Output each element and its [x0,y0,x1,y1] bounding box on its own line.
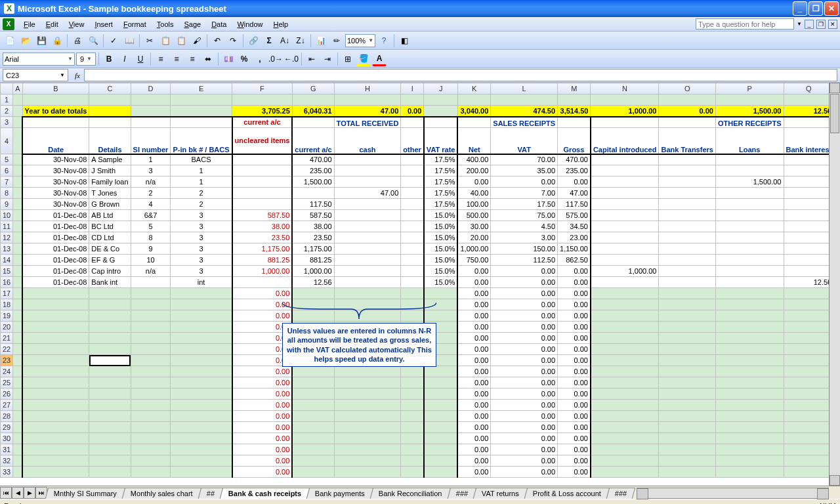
cell-I10[interactable] [401,210,424,221]
row-header[interactable]: 14 [1,255,13,266]
cell-K3[interactable] [457,117,490,128]
cell-D13[interactable]: 9 [131,243,171,255]
cell-N31[interactable] [591,444,659,455]
cell-J11[interactable]: 15.0% [424,221,458,232]
cell-L17[interactable]: 0.00 [491,288,558,299]
cell-K2[interactable]: 3,040.00 [457,106,490,117]
cell-A23[interactable] [13,355,22,366]
cell-N27[interactable] [591,400,659,411]
cell-E14[interactable]: 3 [171,255,232,266]
cell-K28[interactable]: 0.00 [457,411,490,422]
cell-P18[interactable] [715,299,784,310]
cell-H14[interactable] [334,255,401,266]
menu-view[interactable]: View [64,19,90,30]
cell-F14[interactable]: 881.25 [232,255,293,266]
cell-D9[interactable]: 4 [131,199,171,210]
cell-Q20[interactable] [784,322,834,333]
cell-J13[interactable]: 15.0% [424,243,458,255]
cell-C17[interactable] [89,288,131,299]
col-header-J[interactable]: J [424,83,458,94]
cell-P30[interactable] [715,433,784,444]
cell-C16[interactable]: Bank int [89,277,131,288]
cell-P4[interactable]: Loans [715,128,784,154]
cell-C14[interactable]: EF & G [89,255,131,266]
cell-M12[interactable]: 23.00 [558,232,591,243]
cell-K14[interactable]: 750.00 [457,255,490,266]
cell-I4[interactable]: other [401,128,424,154]
cell-D25[interactable] [131,377,171,388]
close-button[interactable]: ✕ [824,1,839,16]
cell-F4[interactable]: uncleared items [232,128,293,154]
cell-D14[interactable]: 10 [131,255,171,266]
cell-M3[interactable] [558,117,591,128]
cell-P20[interactable] [715,322,784,333]
cell-B15[interactable]: 01-Dec-08 [22,266,89,277]
cell-E24[interactable] [171,366,232,377]
cell-B16[interactable]: 01-Dec-08 [22,277,89,288]
row-header[interactable]: 26 [1,388,13,400]
cell-E23[interactable] [171,355,232,366]
workbook-icon[interactable]: X [3,18,14,30]
cell-I27[interactable] [401,400,424,411]
row-header[interactable]: 8 [1,188,13,199]
cell-J31[interactable] [424,444,458,455]
cell-D20[interactable] [131,322,171,333]
cell-A5[interactable] [13,154,22,165]
hyperlink-button[interactable]: 🔗 [246,33,261,48]
cell-O29[interactable] [659,422,715,433]
cell-M1[interactable] [558,94,591,106]
cell-A9[interactable] [13,199,22,210]
cell-J9[interactable]: 17.5% [424,199,458,210]
col-header-A[interactable]: A [13,83,22,94]
cell-A27[interactable] [13,400,22,411]
cell-N30[interactable] [591,433,659,444]
tab-nav-first[interactable]: ⏮ [0,487,12,499]
cell-I26[interactable] [401,388,424,400]
cell-E5[interactable]: BACS [171,154,232,165]
cell-G7[interactable]: 1,500.00 [292,177,334,188]
cell-J30[interactable] [424,433,458,444]
cell-H17[interactable] [334,288,401,299]
cell-L27[interactable]: 0.00 [491,400,558,411]
cell-Q17[interactable] [784,288,834,299]
cell-E13[interactable]: 3 [171,243,232,255]
cell-E2[interactable] [171,106,232,117]
cell-N6[interactable] [591,165,659,177]
cell-M21[interactable]: 0.00 [558,333,591,344]
cell-E29[interactable] [171,422,232,433]
cell-E18[interactable] [171,299,232,310]
cell-O1[interactable] [659,94,715,106]
cell-Q33[interactable] [784,467,834,478]
cell-Q2[interactable]: 12.56 [784,106,834,117]
autosum-button[interactable]: Σ [262,33,276,48]
cell-B8[interactable]: 30-Nov-08 [22,188,89,199]
cell-O31[interactable] [659,444,715,455]
row-header[interactable]: 7 [1,177,13,188]
cell-P27[interactable] [715,400,784,411]
cell-I28[interactable] [401,411,424,422]
cell-B2[interactable]: Year to date totals [22,106,89,117]
cell-J15[interactable]: 15.0% [424,266,458,277]
cell-K21[interactable]: 0.00 [457,333,490,344]
cell-H13[interactable] [334,243,401,255]
cell-C27[interactable] [89,400,131,411]
row-header[interactable]: 25 [1,377,13,388]
cell-C18[interactable] [89,299,131,310]
cell-C8[interactable]: T Jones [89,188,131,199]
cell-H32[interactable] [334,455,401,467]
cell-I5[interactable] [401,154,424,165]
cell-L25[interactable]: 0.00 [491,377,558,388]
cell-K11[interactable]: 30.00 [457,221,490,232]
cell-A32[interactable] [13,455,22,467]
cell-C24[interactable] [89,366,131,377]
align-center-button[interactable]: ≡ [169,52,184,66]
cell-C7[interactable]: Family loan [89,177,131,188]
cell-H1[interactable] [334,94,401,106]
cell-L13[interactable]: 150.00 [491,243,558,255]
menu-file[interactable]: File [18,19,41,30]
cell-H15[interactable] [334,266,401,277]
maximize-button[interactable]: ❐ [808,1,823,16]
cell-I17[interactable] [401,288,424,299]
row-header[interactable]: 21 [1,333,13,344]
cell-F28[interactable]: 0.00 [232,411,293,422]
